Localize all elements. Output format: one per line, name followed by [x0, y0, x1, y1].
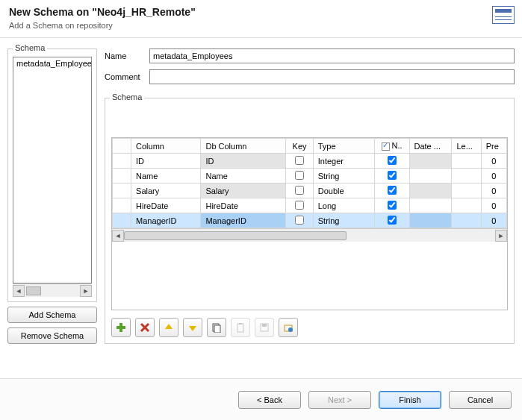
- col-header-type[interactable]: Type: [313, 139, 374, 154]
- name-label: Name: [105, 51, 149, 60]
- cell-precision[interactable]: 0: [481, 184, 506, 198]
- col-header-dbcolumn[interactable]: Db Column: [201, 139, 286, 154]
- dialog-header: New Schema on "Neo4j_HR_Remote" Add a Sc…: [0, 0, 522, 38]
- cell-dbcolumn[interactable]: Name: [201, 169, 286, 184]
- cell-dbcolumn[interactable]: Salary: [201, 184, 286, 198]
- cell-date[interactable]: [409, 198, 452, 213]
- cell-date[interactable]: [409, 184, 452, 198]
- table-scrollbar[interactable]: ◄ ►: [112, 228, 507, 242]
- cell-dbcolumn[interactable]: ManagerID: [201, 213, 286, 228]
- table-row[interactable]: HireDateHireDateLong0: [113, 198, 507, 213]
- table-row[interactable]: SalarySalaryDouble0: [113, 184, 507, 198]
- scroll-left-icon[interactable]: ◄: [13, 285, 25, 297]
- cell-precision[interactable]: 0: [481, 169, 506, 184]
- col-header-precision[interactable]: Pre: [481, 139, 506, 154]
- cell-type[interactable]: Double: [313, 184, 374, 198]
- cell-column[interactable]: Name: [131, 169, 201, 184]
- scroll-right-icon[interactable]: ►: [80, 285, 92, 297]
- dialog-subtitle: Add a Schema on repository: [9, 21, 513, 30]
- col-header-key[interactable]: Key: [286, 139, 313, 154]
- cell-type[interactable]: String: [313, 169, 374, 184]
- cell-nullable[interactable]: [374, 213, 409, 228]
- cell-precision[interactable]: 0: [481, 213, 506, 228]
- cancel-button[interactable]: Cancel: [449, 391, 512, 409]
- schema-list-group: Schema metadata_Employees ◄ ►: [7, 48, 97, 302]
- dialog-footer: < Back Next > Finish Cancel: [0, 378, 522, 420]
- svg-rect-1: [116, 326, 125, 329]
- schema-table-icon: [492, 6, 515, 24]
- schema-definition-label: Schema: [110, 93, 144, 101]
- cell-date[interactable]: [409, 213, 452, 228]
- copy-button[interactable]: [207, 318, 226, 337]
- cell-nullable[interactable]: [374, 154, 409, 169]
- svg-rect-9: [239, 323, 242, 325]
- comment-input[interactable]: [149, 69, 515, 84]
- cell-nullable[interactable]: [374, 184, 409, 198]
- move-down-button[interactable]: [183, 318, 202, 337]
- schema-toolbar: [111, 318, 508, 337]
- schema-definition-group: Schema Column Db Column Key Type N.. Dat…: [105, 98, 515, 344]
- svg-rect-7: [214, 325, 220, 333]
- cell-date[interactable]: [409, 169, 452, 184]
- move-up-button[interactable]: [159, 318, 178, 337]
- table-header-row: Column Db Column Key Type N.. Date ... L…: [113, 139, 507, 154]
- table-row[interactable]: NameNameString0: [113, 169, 507, 184]
- cell-precision[interactable]: 0: [481, 154, 506, 169]
- scroll-thumb[interactable]: [124, 231, 347, 240]
- cell-column[interactable]: ManagerID: [131, 213, 201, 228]
- col-header-date[interactable]: Date ...: [409, 139, 452, 154]
- svg-rect-11: [262, 324, 267, 327]
- svg-marker-4: [165, 324, 173, 329]
- cell-key[interactable]: [286, 169, 313, 184]
- name-input[interactable]: [149, 48, 515, 63]
- cell-column[interactable]: Salary: [131, 184, 201, 198]
- remove-schema-button[interactable]: Remove Schema: [7, 327, 97, 344]
- cell-column[interactable]: HireDate: [131, 198, 201, 213]
- table-row[interactable]: IDIDInteger0: [113, 154, 507, 169]
- svg-rect-8: [237, 324, 243, 332]
- check-icon: [382, 142, 390, 151]
- cell-type[interactable]: String: [313, 213, 374, 228]
- dialog-title: New Schema on "Neo4j_HR_Remote": [9, 6, 513, 18]
- cell-date[interactable]: [409, 154, 452, 169]
- col-header-nullable[interactable]: N..: [374, 139, 409, 154]
- table-row[interactable]: ManagerIDManagerIDString0: [113, 213, 507, 228]
- scroll-thumb[interactable]: [26, 286, 41, 295]
- cell-precision[interactable]: 0: [481, 198, 506, 213]
- finish-button[interactable]: Finish: [379, 391, 441, 409]
- cell-nullable[interactable]: [374, 198, 409, 213]
- paste-button: [231, 318, 250, 337]
- save-button: [255, 318, 274, 337]
- cell-key[interactable]: [286, 213, 313, 228]
- cell-length[interactable]: [452, 184, 481, 198]
- back-button[interactable]: < Back: [238, 391, 301, 409]
- col-header-column[interactable]: Column: [131, 139, 201, 154]
- col-header-length[interactable]: Le...: [452, 139, 481, 154]
- cell-length[interactable]: [452, 198, 481, 213]
- schema-list-scrollbar[interactable]: ◄ ►: [13, 283, 92, 297]
- cell-nullable[interactable]: [374, 169, 409, 184]
- cell-key[interactable]: [286, 184, 313, 198]
- comment-label: Comment: [105, 72, 149, 81]
- cell-dbcolumn[interactable]: ID: [201, 154, 286, 169]
- cell-type[interactable]: Integer: [313, 154, 374, 169]
- cell-type[interactable]: Long: [313, 198, 374, 213]
- add-schema-button[interactable]: Add Schema: [7, 307, 97, 323]
- cell-length[interactable]: [452, 213, 481, 228]
- schema-table[interactable]: Column Db Column Key Type N.. Date ... L…: [111, 137, 508, 310]
- svg-point-13: [288, 327, 293, 332]
- schema-list-label: Schema: [13, 43, 47, 52]
- add-row-button[interactable]: [111, 318, 131, 337]
- cell-column[interactable]: ID: [131, 154, 201, 169]
- delete-row-button[interactable]: [135, 318, 155, 337]
- scroll-left-icon[interactable]: ◄: [112, 230, 124, 242]
- schema-list[interactable]: metadata_Employees: [13, 57, 92, 283]
- schema-list-item[interactable]: metadata_Employees: [13, 57, 91, 69]
- cell-dbcolumn[interactable]: HireDate: [201, 198, 286, 213]
- cell-length[interactable]: [452, 154, 481, 169]
- cell-length[interactable]: [452, 169, 481, 184]
- import-button[interactable]: [279, 318, 298, 337]
- cell-key[interactable]: [286, 198, 313, 213]
- cell-key[interactable]: [286, 154, 313, 169]
- scroll-right-icon[interactable]: ►: [495, 230, 507, 242]
